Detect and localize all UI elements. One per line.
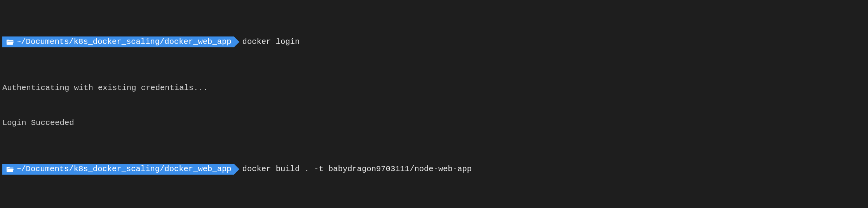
prompt-line: ~/Documents/k8s_docker_scaling/docker_we…: [2, 36, 866, 48]
output-line: Authenticating with existing credentials…: [2, 82, 866, 94]
terminal[interactable]: ~/Documents/k8s_docker_scaling/docker_we…: [0, 0, 868, 208]
prompt-line: ~/Documents/k8s_docker_scaling/docker_we…: [2, 163, 866, 175]
cwd-path: ~/Documents/k8s_docker_scaling/docker_we…: [16, 163, 232, 175]
shell-prompt: ~/Documents/k8s_docker_scaling/docker_we…: [2, 164, 234, 175]
command-text: docker login: [242, 36, 300, 48]
cwd-path: ~/Documents/k8s_docker_scaling/docker_we…: [16, 36, 232, 48]
folder-open-icon: [6, 38, 14, 45]
output-line: Login Succeeded: [2, 117, 866, 129]
command-text: docker build . -t babydragon9703111/node…: [242, 163, 472, 175]
folder-open-icon: [6, 166, 14, 173]
shell-prompt: ~/Documents/k8s_docker_scaling/docker_we…: [2, 36, 234, 47]
